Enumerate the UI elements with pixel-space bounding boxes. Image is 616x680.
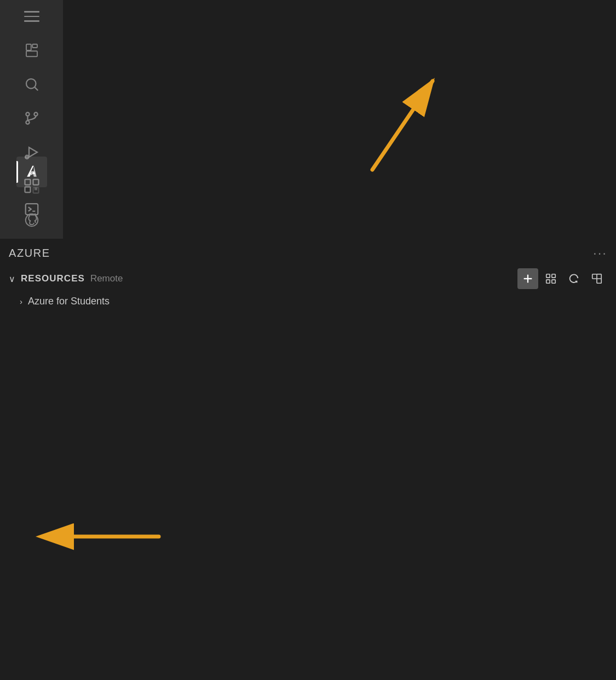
svg-point-7 — [34, 112, 37, 116]
collapse-all-button[interactable] — [586, 268, 607, 289]
svg-rect-24 — [546, 280, 550, 283]
sidebar-item-explorer[interactable] — [16, 35, 47, 66]
svg-rect-1 — [26, 51, 37, 56]
svg-rect-22 — [546, 274, 550, 278]
hamburger-line-2 — [24, 16, 39, 18]
hamburger-line-3 — [24, 20, 39, 22]
subscription-label: Azure for Students — [28, 296, 110, 307]
sidebar-item-source-control[interactable] — [16, 103, 47, 134]
activity-bar — [0, 0, 63, 239]
activity-bar-bottom — [16, 157, 47, 228]
resources-section: ∨ RESOURCES Remote — [0, 265, 616, 310]
svg-line-32 — [372, 81, 433, 170]
svg-point-3 — [26, 79, 36, 89]
tree-chevron-icon: › — [20, 297, 22, 306]
svg-rect-0 — [26, 44, 31, 50]
svg-rect-23 — [552, 274, 555, 278]
svg-rect-26 — [592, 274, 597, 279]
remote-label: Remote — [90, 273, 123, 284]
resources-label: RESOURCES — [21, 273, 85, 284]
sidebar-header: AZURE ··· — [0, 239, 616, 265]
hamburger-line-1 — [24, 11, 39, 13]
svg-point-5 — [26, 120, 29, 124]
svg-rect-27 — [597, 279, 601, 283]
sidebar-item-azure[interactable] — [16, 157, 47, 187]
group-by-button[interactable] — [540, 268, 561, 289]
more-actions-button[interactable]: ··· — [593, 245, 607, 261]
resources-label-group: ∨ RESOURCES Remote — [9, 273, 513, 284]
menu-icon[interactable] — [16, 5, 47, 27]
svg-rect-25 — [552, 280, 555, 283]
svg-point-6 — [26, 112, 29, 116]
sidebar-item-terminal[interactable] — [16, 194, 47, 224]
svg-line-4 — [34, 88, 38, 91]
add-resource-button[interactable] — [517, 268, 538, 289]
sidebar-item-search[interactable] — [16, 69, 47, 100]
resources-actions — [517, 268, 607, 289]
chevron-down-icon[interactable]: ∨ — [9, 274, 15, 284]
refresh-button[interactable] — [563, 268, 584, 289]
annotation-layer — [0, 0, 616, 680]
sidebar: AZURE ··· ∨ RESOURCES Remote — [0, 239, 616, 310]
azure-for-students-item[interactable]: › Azure for Students — [4, 292, 612, 310]
svg-marker-9 — [29, 147, 37, 157]
resources-header: ∨ RESOURCES Remote — [4, 265, 612, 292]
sidebar-title: AZURE — [9, 247, 50, 260]
svg-rect-2 — [32, 44, 37, 48]
